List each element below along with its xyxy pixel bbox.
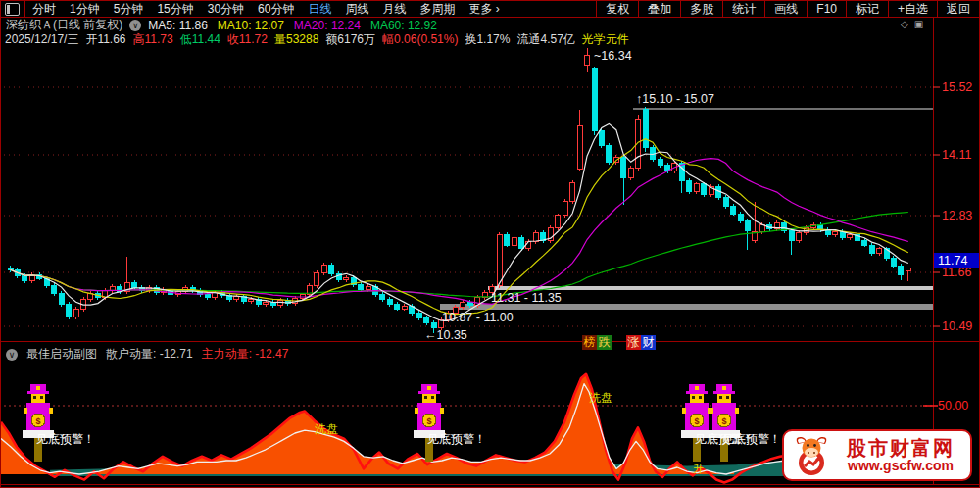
site-url[interactable]: www.gscfw.com [848, 459, 954, 473]
svg-text:$: $ [694, 416, 699, 426]
panel-icon[interactable]: ▣ [914, 19, 923, 29]
tool-button-0[interactable]: 复权 [596, 1, 638, 18]
diamond-icon[interactable]: ◇ [901, 19, 908, 29]
period-tab-10[interactable]: 更多 › [462, 1, 506, 18]
ma-values: MA5: 11.86MA10: 12.07MA20: 12.24MA60: 12… [148, 19, 437, 32]
period-tab-5[interactable]: 60分钟 [251, 1, 301, 18]
price-axis-label: 14.11 [942, 148, 971, 162]
price-annotation: ~16.34 [594, 49, 632, 63]
tool-button-8[interactable]: 返回 [937, 1, 979, 18]
sub-annotation: 升 [693, 463, 704, 474]
price-axis-label: 15.52 [942, 80, 972, 94]
ma-value-1: MA10: 12.07 [218, 19, 284, 32]
sub-annotation: 洗盘 [589, 391, 612, 405]
quote-field-1: 开11.66 [85, 31, 125, 48]
collapse-icon[interactable]: ∨ [6, 349, 18, 361]
ma-line-5 [11, 123, 908, 320]
tool-button-1[interactable]: 叠加 [638, 1, 680, 18]
tool-button-7[interactable]: +自选 [888, 1, 937, 18]
sub-annotation: 见底预警！ [36, 432, 95, 446]
price-annotation: 11.31 - 11.35 [491, 291, 562, 305]
bottom-alert-marker: $ [414, 384, 445, 462]
quote-field-8: 换1.17% [465, 31, 510, 48]
ma-value-0: MA5: 11.86 [148, 19, 207, 32]
retail-momentum-value: 散户动量: -12.71 [106, 346, 193, 363]
period-tab-8[interactable]: 月线 [375, 1, 413, 18]
ma-value-2: MA20: 12.24 [294, 19, 361, 32]
period-tab-1[interactable]: 1分钟 [63, 1, 107, 18]
tdx-window: 15.5214.1112.8311.6610.49~16.34↑15.10 - … [0, 0, 980, 488]
svg-text:$: $ [426, 416, 431, 426]
sub-indicator-header: ∨ 最佳启动副图 散户动量: -12.71 主力动量: -12.47 [6, 346, 288, 363]
stock-info-row: 深纺织Ａ(日线 前复权) ∨ MA5: 11.86MA10: 12.07MA20… [6, 19, 437, 31]
watermark-box: 股市财富网 www.gscfw.com [782, 429, 972, 481]
bottom-alert-marker: $ [23, 384, 54, 462]
sub-annotation: 洗盘 [315, 422, 338, 436]
quick-badge-0[interactable]: 榜 [582, 335, 597, 350]
site-name[interactable]: 股市财富网 [847, 438, 955, 459]
svg-text:$: $ [35, 416, 40, 426]
price-axis-label: 12.83 [942, 209, 972, 222]
tool-button-6[interactable]: 标记 [846, 1, 888, 18]
price-annotation: ↑15.10 - 15.07 [636, 92, 714, 106]
price-axis-label: 10.49 [942, 319, 972, 333]
sub-axis-label: 50.00 [938, 399, 968, 413]
period-tab-6[interactable]: 日线 [301, 1, 338, 18]
watermark-text: 股市财富网 www.gscfw.com [835, 438, 966, 473]
quote-field-7: 幅0.06(0.51%) [382, 31, 458, 48]
main-momentum-value: 主力动量: -12.47 [202, 346, 289, 363]
quote-info-row: 2025/12/17/三开11.66高11.73低11.44收11.72量532… [5, 31, 629, 48]
period-tab-2[interactable]: 5分钟 [107, 1, 151, 18]
bottom-alert-marker: $ [681, 384, 712, 462]
pane-corner-icons: ◇ ▣ [901, 19, 923, 29]
quick-badge-2[interactable]: 涨 [626, 335, 641, 350]
period-menu: 分时1分钟5分钟15分钟30分钟60分钟日线周线月线多周期更多 › [25, 1, 507, 18]
period-tab-3[interactable]: 15分钟 [150, 1, 200, 18]
quote-field-4: 收11.72 [227, 31, 268, 48]
period-tab-7[interactable]: 周线 [338, 1, 375, 18]
chevron-down-icon[interactable]: ∨ [129, 20, 141, 31]
ma-line-60 [11, 213, 908, 297]
tool-button-5[interactable]: F10 [807, 1, 846, 18]
quick-badge-1[interactable]: 跌 [597, 335, 612, 350]
tool-menu: 复权叠加多股统计画线F10标记+自选返回 [596, 1, 979, 18]
quote-field-5: 量53288 [274, 31, 318, 48]
tool-button-4[interactable]: 画线 [764, 1, 807, 18]
ma-value-3: MA60: 12.92 [370, 19, 437, 32]
price-annotation: ←10.35 [424, 328, 467, 342]
quote-field-3: 低11.44 [180, 31, 220, 48]
sidebar-toggle-icon[interactable] [5, 3, 20, 16]
quote-field-9: 流通4.57亿 [516, 31, 574, 48]
last-price-badge: 11.74 [938, 254, 967, 268]
price-axis-label: 11.66 [942, 266, 971, 279]
bottom-alert-marker: $ [709, 384, 740, 462]
price-annotation: 10.87 - 11.00 [442, 311, 514, 324]
quote-field-10: 光学元件 [582, 31, 629, 48]
bull-logo-icon [788, 432, 835, 479]
quote-field-6: 额6176万 [325, 31, 375, 48]
quote-field-2: 高11.73 [133, 31, 173, 48]
period-tab-9[interactable]: 多周期 [413, 1, 462, 18]
sub-annotation: 见底预警！ [427, 432, 486, 446]
momentum-area [1, 375, 734, 474]
period-tab-4[interactable]: 30分钟 [201, 1, 251, 18]
chart-canvas: 15.5214.1112.8311.6610.49~16.34↑15.10 - … [1, 1, 980, 488]
svg-text:$: $ [721, 416, 726, 426]
period-tab-0[interactable]: 分时 [25, 1, 63, 18]
tool-button-3[interactable]: 统计 [722, 1, 764, 18]
menubar: 分时1分钟5分钟15分钟30分钟60分钟日线周线月线多周期更多 › 复权叠加多股… [1, 1, 979, 18]
sub-annotation: 见底预警！ [722, 432, 781, 446]
sub-indicator-title[interactable]: 最佳启动副图 [26, 346, 97, 363]
quote-field-0: 2025/12/17/三 [5, 31, 78, 48]
quick-badge-3[interactable]: 财 [641, 335, 656, 350]
tool-button-2[interactable]: 多股 [680, 1, 722, 18]
